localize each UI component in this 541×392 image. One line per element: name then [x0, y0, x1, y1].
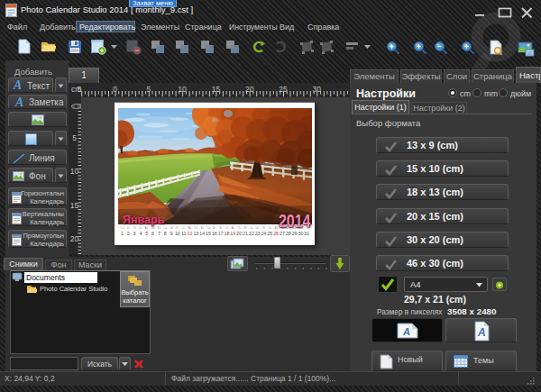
svg-text:A: A — [402, 326, 410, 337]
svg-text:A: A — [477, 326, 486, 339]
